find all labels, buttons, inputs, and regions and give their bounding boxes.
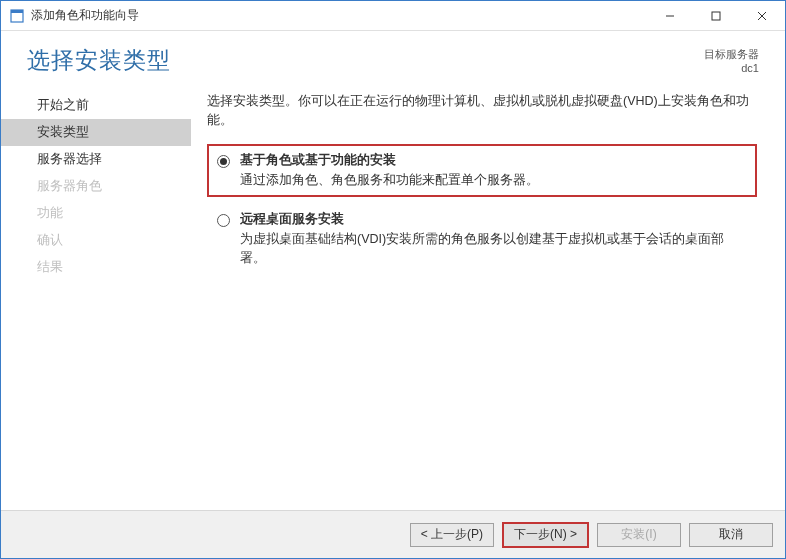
option-remote-desktop-text: 远程桌面服务安装 为虚拟桌面基础结构(VDI)安装所需的角色服务以创建基于虚拟机… [240,211,747,268]
nav-confirmation: 确认 [1,227,191,254]
content-description: 选择安装类型。你可以在正在运行的物理计算机、虚拟机或脱机虚拟硬盘(VHD)上安装… [207,92,757,130]
app-icon [9,8,25,24]
install-button: 安装(I) [597,523,681,547]
radio-remote-desktop[interactable] [217,214,230,227]
cancel-button[interactable]: 取消 [689,523,773,547]
nav-server-selection[interactable]: 服务器选择 [1,146,191,173]
window-title: 添加角色和功能向导 [31,7,647,24]
wizard-footer: < 上一步(P) 下一步(N) > 安装(I) 取消 [1,510,785,558]
option-remote-desktop-title: 远程桌面服务安装 [240,211,747,228]
nav-installation-type[interactable]: 安装类型 [1,119,191,146]
wizard-sidebar: 开始之前 安装类型 服务器选择 服务器角色 功能 确认 结果 [1,88,191,510]
radio-role-based[interactable] [217,155,230,168]
next-button[interactable]: 下一步(N) > [502,522,589,548]
option-role-based-title: 基于角色或基于功能的安装 [240,152,747,169]
nav-results: 结果 [1,254,191,281]
wizard-header: 选择安装类型 目标服务器 dc1 [1,31,785,88]
nav-server-roles: 服务器角色 [1,173,191,200]
option-role-based[interactable]: 基于角色或基于功能的安装 通过添加角色、角色服务和功能来配置单个服务器。 [207,144,757,198]
target-server-value: dc1 [704,61,759,75]
option-remote-desktop-desc: 为虚拟桌面基础结构(VDI)安装所需的角色服务以创建基于虚拟机或基于会话的桌面部… [240,230,747,268]
option-remote-desktop[interactable]: 远程桌面服务安装 为虚拟桌面基础结构(VDI)安装所需的角色服务以创建基于虚拟机… [207,203,757,276]
maximize-button[interactable] [693,1,739,31]
close-button[interactable] [739,1,785,31]
nav-features: 功能 [1,200,191,227]
target-server-label: 目标服务器 [704,47,759,61]
target-server-block: 目标服务器 dc1 [704,47,759,76]
option-role-based-desc: 通过添加角色、角色服务和功能来配置单个服务器。 [240,171,747,190]
wizard-content: 选择安装类型。你可以在正在运行的物理计算机、虚拟机或脱机虚拟硬盘(VHD)上安装… [191,88,775,510]
svg-rect-3 [712,12,720,20]
previous-button[interactable]: < 上一步(P) [410,523,494,547]
titlebar: 添加角色和功能向导 [1,1,785,31]
option-role-based-text: 基于角色或基于功能的安装 通过添加角色、角色服务和功能来配置单个服务器。 [240,152,747,190]
wizard-body: 开始之前 安装类型 服务器选择 服务器角色 功能 确认 结果 选择安装类型。你可… [1,88,785,510]
nav-before-you-begin[interactable]: 开始之前 [1,92,191,119]
minimize-button[interactable] [647,1,693,31]
svg-rect-1 [11,10,23,13]
wizard-window: 添加角色和功能向导 选择安装类型 目标服务器 dc1 开始之前 安装类型 服务器… [0,0,786,559]
page-title: 选择安装类型 [27,45,171,76]
